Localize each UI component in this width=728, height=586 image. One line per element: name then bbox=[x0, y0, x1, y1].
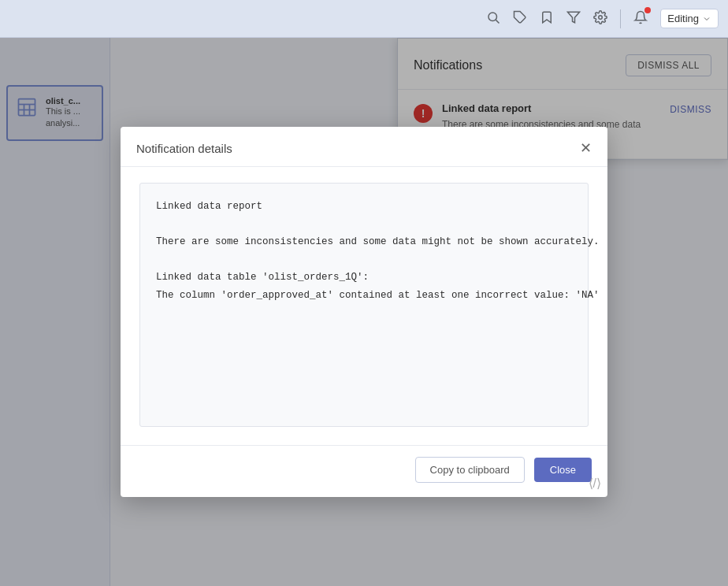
modal-code-content: Linked data report There are some incons… bbox=[139, 183, 589, 427]
svg-point-4 bbox=[599, 15, 603, 19]
bookmark-icon[interactable] bbox=[540, 10, 554, 28]
editing-dropdown[interactable]: Editing bbox=[660, 9, 719, 28]
close-button[interactable]: Close bbox=[534, 458, 592, 482]
bell-badge bbox=[644, 7, 651, 13]
search-icon[interactable] bbox=[486, 10, 500, 28]
toolbar-divider bbox=[620, 9, 621, 28]
modal-title: Notification details bbox=[136, 142, 232, 155]
filter-icon[interactable] bbox=[566, 10, 581, 28]
modal-dialog: Notification details ✕ Linked data repor… bbox=[121, 127, 607, 497]
tag-icon[interactable] bbox=[513, 10, 527, 28]
settings-icon[interactable] bbox=[593, 10, 607, 28]
notification-bell[interactable] bbox=[633, 10, 648, 27]
main-content: olist_c... This is ... analysi... Notifi… bbox=[0, 38, 728, 586]
editing-label: Editing bbox=[667, 13, 699, 24]
toolbar: Editing bbox=[0, 0, 728, 38]
modal-body: Linked data report There are some incons… bbox=[121, 167, 607, 445]
toolbar-icons: Editing bbox=[486, 9, 719, 28]
svg-point-0 bbox=[488, 13, 497, 21]
modal-header: Notification details ✕ bbox=[121, 127, 607, 167]
svg-marker-3 bbox=[568, 12, 580, 23]
copy-to-clipboard-button[interactable]: Copy to clipboard bbox=[415, 457, 525, 483]
modal-overlay: Notification details ✕ Linked data repor… bbox=[0, 38, 728, 586]
modal-close-button[interactable]: ✕ bbox=[580, 141, 592, 155]
scroll-indicator: ⟨/⟩ bbox=[589, 476, 601, 491]
modal-footer: Copy to clipboard Close bbox=[121, 445, 607, 497]
svg-line-1 bbox=[496, 20, 500, 23]
